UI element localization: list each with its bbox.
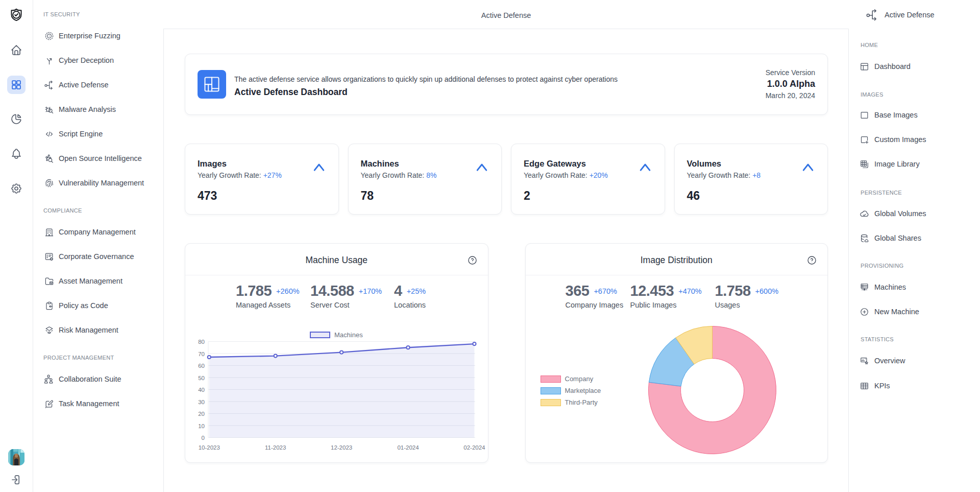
svg-text:10-2023: 10-2023 — [199, 444, 220, 451]
svg-text:02-2024: 02-2024 — [463, 444, 485, 451]
svg-text:70: 70 — [198, 351, 205, 357]
svg-text:01-2024: 01-2024 — [397, 444, 419, 451]
svg-text:60: 60 — [198, 363, 205, 369]
svg-text:20: 20 — [198, 411, 205, 417]
svg-text:40: 40 — [198, 387, 205, 393]
svg-text:10: 10 — [198, 423, 205, 429]
svg-text:80: 80 — [198, 339, 205, 345]
svg-text:11-2023: 11-2023 — [265, 444, 286, 451]
svg-text:0: 0 — [202, 435, 205, 441]
svg-text:30: 30 — [198, 399, 205, 405]
svg-text:12-2023: 12-2023 — [331, 444, 352, 451]
svg-text:50: 50 — [198, 375, 205, 381]
